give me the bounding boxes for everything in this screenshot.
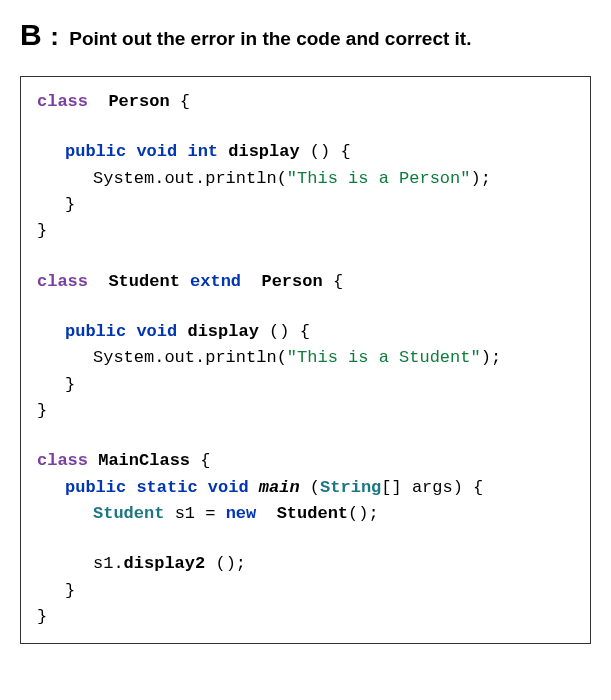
keyword-void: void <box>208 478 249 497</box>
blank-line <box>37 424 572 448</box>
code-line: } <box>37 218 572 244</box>
args-decl: [] args) <box>381 478 463 497</box>
blank-line <box>37 245 572 269</box>
question-letter: B <box>20 18 42 51</box>
class-name-person: Person <box>261 272 322 291</box>
keyword-class: class <box>37 272 88 291</box>
keyword-new: new <box>226 504 257 523</box>
code-line: Student s1 = new Student(); <box>37 501 572 527</box>
open-brace: { <box>170 92 190 111</box>
code-line: } <box>37 192 572 218</box>
keyword-void: void <box>136 142 177 161</box>
method-display: display <box>228 142 299 161</box>
code-line: public void int display () { <box>37 139 572 165</box>
keyword-void: void <box>136 322 177 341</box>
open-brace: { <box>190 451 210 470</box>
code-block: class Person { public void int display (… <box>20 76 591 644</box>
keyword-public: public <box>65 322 126 341</box>
empty-parens: () <box>300 142 331 161</box>
code-line: System.out.println("This is a Person"); <box>37 166 572 192</box>
method-display2: display2 <box>124 554 206 573</box>
close-brace: } <box>37 401 47 420</box>
code-line: class Person { <box>37 89 572 115</box>
close-brace: } <box>65 375 75 394</box>
keyword-public: public <box>65 142 126 161</box>
open-brace: { <box>330 142 350 161</box>
code-line: class Student extnd Person { <box>37 269 572 295</box>
code-line: } <box>37 604 572 630</box>
type-string: String <box>320 478 381 497</box>
code-line: public void display () { <box>37 319 572 345</box>
keyword-extnd: extnd <box>190 272 241 291</box>
ctor-student: Student <box>277 504 348 523</box>
keyword-public: public <box>65 478 126 497</box>
open-brace: { <box>463 478 483 497</box>
empty-parens: () <box>259 322 290 341</box>
code-line: class MainClass { <box>37 448 572 474</box>
keyword-int: int <box>187 142 218 161</box>
equals: = <box>195 504 226 523</box>
colon: : <box>50 21 59 51</box>
keyword-class: class <box>37 451 88 470</box>
blank-line <box>37 527 572 551</box>
keyword-class: class <box>37 92 88 111</box>
open-brace: { <box>289 322 309 341</box>
open-brace: { <box>323 272 343 291</box>
method-main: main <box>259 478 300 497</box>
class-name-mainclass: MainClass <box>98 451 190 470</box>
code-line: } <box>37 398 572 424</box>
sysout-call: System.out.println( <box>93 348 287 367</box>
close-brace: } <box>37 221 47 240</box>
close-brace: } <box>37 607 47 626</box>
code-line: } <box>37 372 572 398</box>
code-line: public static void main (String[] args) … <box>37 475 572 501</box>
method-display: display <box>187 322 258 341</box>
class-name-person: Person <box>108 92 169 111</box>
code-line: s1.display2 (); <box>37 551 572 577</box>
call-parens: (); <box>205 554 246 573</box>
sysout-call: System.out.println( <box>93 169 287 188</box>
string-literal-person: "This is a Person" <box>287 169 471 188</box>
code-line: System.out.println("This is a Student"); <box>37 345 572 371</box>
question-prompt: Point out the error in the code and corr… <box>69 28 471 49</box>
class-name-student: Student <box>108 272 179 291</box>
open-paren: ( <box>300 478 320 497</box>
blank-line <box>37 115 572 139</box>
string-literal-student: "This is a Student" <box>287 348 481 367</box>
close-paren-semi: ); <box>481 348 501 367</box>
keyword-static: static <box>136 478 197 497</box>
ctor-parens: (); <box>348 504 379 523</box>
var-s1: s1 <box>93 554 113 573</box>
blank-line <box>37 295 572 319</box>
close-paren-semi: ); <box>470 169 490 188</box>
close-brace: } <box>65 581 75 600</box>
var-s1: s1 <box>175 504 195 523</box>
close-brace: } <box>65 195 75 214</box>
code-line: } <box>37 578 572 604</box>
type-student: Student <box>93 504 164 523</box>
question-header: B : Point out the error in the code and … <box>20 18 591 52</box>
